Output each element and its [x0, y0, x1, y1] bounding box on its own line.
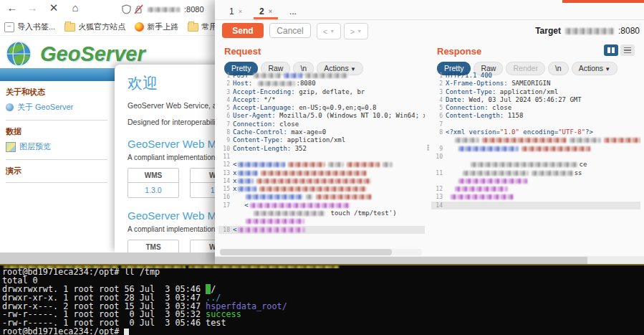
text-segment: < — [233, 226, 236, 233]
target-indicator[interactable]: Target :8080 — [535, 26, 640, 36]
forward-icon[interactable]: → — [24, 1, 40, 14]
terminal-window[interactable]: root@bd1971eca234:/opt# ll /tmptotal 0dr… — [0, 264, 644, 335]
layout-buttons — [604, 44, 635, 56]
text-segment: close — [492, 104, 511, 111]
request-hscrollbar[interactable] — [220, 249, 422, 255]
editor-line — [218, 217, 425, 225]
text-segment: <?xml version= — [446, 128, 500, 136]
line-number: 7 — [218, 121, 233, 128]
text-segment: Host: — [233, 80, 256, 87]
text-segment: touch /tmp/test') — [327, 209, 397, 217]
service-sections: GeoServer Web MapA compliant implementat… — [128, 138, 222, 253]
folder-icon — [188, 23, 198, 32]
text-segment: x — [233, 177, 236, 184]
editor-line-content: Connection: close — [233, 121, 425, 128]
editor-line: 1POST — [218, 72, 425, 80]
redacted-blur — [463, 171, 529, 176]
text-segment: 1158 — [508, 112, 524, 119]
text-segment: Connection: — [233, 121, 279, 128]
line-number: 4 — [431, 96, 446, 104]
editor-line: 6User-Agent: Mozilla/5.0 (Windows NT 10.… — [218, 112, 425, 120]
line-number — [431, 161, 446, 169]
sidebar-link[interactable]: 关于 GeoServer — [0, 99, 113, 115]
close-tab-icon[interactable]: × — [239, 8, 242, 15]
text-segment — [233, 193, 244, 200]
repeater-toolbar: Send Cancel <▼ >▼ Target :8080 — [215, 20, 644, 40]
panel-divider[interactable]: ••• — [425, 40, 431, 256]
request-editor[interactable]: 1POST 2Host: :80803Accept-Encoding: gzip… — [218, 72, 425, 247]
service-box-name: TMS — [128, 240, 178, 253]
bookmark-label: 火狐官方站点 — [78, 22, 125, 32]
text-segment: Connection: — [446, 104, 492, 111]
rows-layout-button[interactable] — [620, 44, 635, 56]
editor-line: 12< — [218, 161, 425, 169]
redacted-blur — [305, 73, 348, 78]
home-icon[interactable]: ⌂ — [67, 1, 83, 14]
address-bar[interactable]: :8080 — [122, 2, 204, 16]
editor-line: 10Content-Length: 352 — [218, 145, 425, 153]
text-segment — [446, 185, 453, 192]
text-segment: Accept-Encoding: — [233, 88, 299, 95]
editor-line: ce — [431, 161, 640, 169]
redacted-blur — [451, 194, 514, 199]
text-segment — [233, 209, 252, 217]
line-number — [218, 217, 233, 225]
editor-line: 3Content-Type: application/xml — [431, 88, 640, 96]
redacted-blur — [259, 187, 367, 192]
sidebar-link[interactable]: 图层预览 — [0, 138, 113, 155]
repeater-tab[interactable]: 1× — [221, 3, 251, 19]
redacted-blur — [284, 73, 302, 78]
response-editor[interactable]: 1HTTP/1.1 4002X-Frame-Options: SAMEORIGI… — [431, 72, 640, 247]
redacted-blur — [316, 194, 372, 199]
editor-line-content: Cache-Control: max-age=0 — [233, 128, 425, 136]
sidebar-link-label: 关于 GeoServer — [17, 102, 73, 113]
stop-icon[interactable]: ✕ — [46, 1, 62, 14]
redacted-blur — [482, 138, 567, 143]
close-tab-icon[interactable]: × — [269, 8, 272, 15]
bookmark-item[interactable]: 新手上路 — [135, 22, 178, 32]
repeater-tab-label: ... — [289, 6, 297, 16]
text-segment: ?> — [585, 128, 593, 136]
service-box-version[interactable]: 1.3.0 — [128, 183, 178, 197]
service-box-row: WMS1.3.0WM1.1 — [128, 168, 222, 198]
bookmark-item[interactable]: 导入书签... — [4, 22, 55, 32]
line-number: 6 — [218, 112, 233, 120]
insecure-lock-icon — [134, 4, 143, 14]
line-number: 1 — [431, 72, 446, 80]
sidebar-heading: 演示 — [0, 160, 113, 178]
editor-line: 15x — [218, 185, 425, 193]
text-segment: Content-Type: — [233, 136, 287, 143]
text-segment: Content-Length: — [233, 145, 295, 152]
target-port-text: :8080 — [618, 26, 640, 36]
back-icon[interactable]: ← — [4, 1, 20, 14]
text-segment: ss — [575, 169, 582, 176]
text-segment: */* — [264, 96, 275, 103]
line-number: 14 — [431, 202, 446, 209]
bookmark-item[interactable]: 火狐官方站点 — [64, 22, 125, 32]
history-forward-button[interactable]: >▼ — [344, 23, 368, 39]
text-segment: User-Agent: — [233, 112, 279, 119]
service-box[interactable]: WMS1.3.0 — [128, 168, 179, 198]
folder-icon — [64, 23, 75, 32]
editor-line-content — [446, 153, 640, 161]
text-segment: POST — [233, 72, 252, 79]
editor-line: 8<?xml version="1.0" encoding="UTF-8"?> — [431, 128, 640, 136]
redacted-blur — [246, 219, 304, 224]
line-number: 10 — [431, 153, 446, 161]
repeater-tab[interactable]: 2× — [251, 3, 281, 19]
editor-line: 10 — [431, 153, 640, 161]
editor-line-content: RL — [446, 136, 640, 144]
cancel-button[interactable]: Cancel — [269, 23, 311, 38]
service-section-subtitle: A compliant implementation of W — [128, 154, 222, 161]
columns-layout-button[interactable] — [604, 44, 618, 56]
send-button[interactable]: Send — [222, 23, 264, 38]
repeater-tab[interactable]: ... — [281, 3, 305, 19]
text-segment — [446, 145, 457, 152]
service-box[interactable]: TMS1.0.0 — [128, 240, 179, 253]
redacted-blur — [347, 162, 380, 167]
editor-line-content — [233, 217, 425, 225]
service-section-subtitle: A compliant implementation of W — [128, 225, 222, 233]
editor-line-content — [233, 193, 425, 201]
history-back-button[interactable]: <▼ — [317, 23, 341, 39]
globe-icon — [6, 103, 14, 111]
